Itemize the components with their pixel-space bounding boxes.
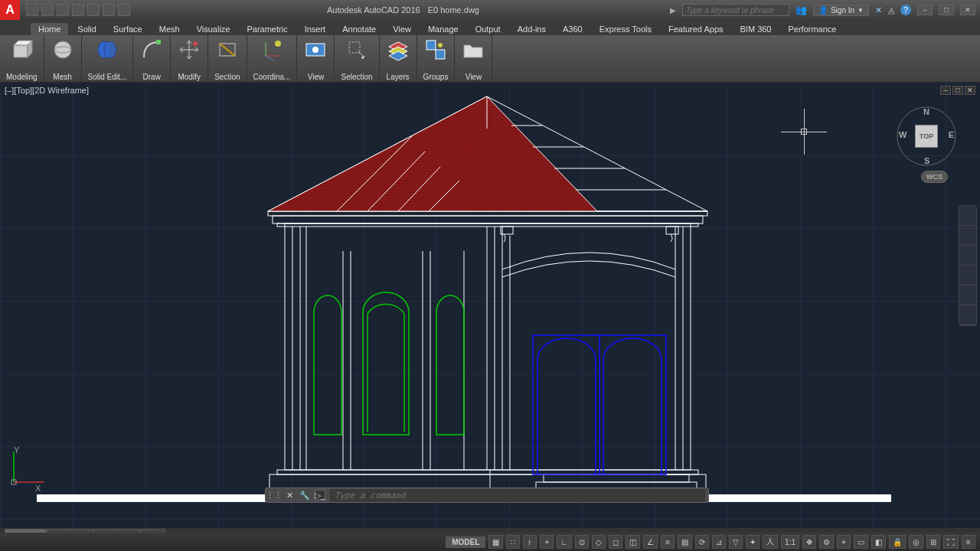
tab-home[interactable]: Home (31, 23, 68, 35)
sb-qprops-icon[interactable]: ◧ (871, 535, 886, 549)
new-icon[interactable] (26, 4, 38, 16)
ucs-icon (260, 37, 284, 62)
sb-3dosnap-icon[interactable]: ◫ (626, 535, 640, 549)
viewport-label[interactable]: [–][Top][2D Wireframe] (5, 86, 89, 95)
sb-grid-icon[interactable]: ▦ (488, 535, 503, 549)
sb-polar-icon[interactable]: ⊙ (575, 535, 589, 549)
sb-filter-icon[interactable]: ▽ (729, 535, 743, 549)
tab-featured-apps[interactable]: Featured Apps (661, 23, 731, 35)
print-icon[interactable] (87, 4, 100, 16)
vp-maximize-button[interactable]: □ (952, 86, 963, 95)
viewcube-face[interactable]: TOP (915, 125, 938, 148)
sb-lweight-icon[interactable]: ≡ (661, 535, 675, 549)
ovals-icon (95, 37, 119, 62)
ribbon-modify[interactable]: Modify (171, 35, 208, 82)
ribbon-groups[interactable]: Groups (417, 35, 456, 82)
tab-surface[interactable]: Surface (106, 23, 150, 35)
tab-insert[interactable]: Insert (297, 23, 334, 35)
sb-customize-icon[interactable]: ≡ (962, 535, 975, 549)
search-input[interactable] (682, 4, 789, 16)
sb-gizmo-icon[interactable]: ✦ (746, 535, 760, 549)
sb-dyn-icon[interactable]: + (540, 535, 554, 549)
nav-wheel-icon[interactable] (959, 206, 976, 226)
folder-icon (461, 37, 485, 62)
sb-lockui-icon[interactable]: 🔒 (889, 535, 906, 549)
tab-parametric[interactable]: Parametric (239, 23, 295, 35)
tab-visualize[interactable]: Visualize (189, 23, 238, 35)
tab-performance[interactable]: Performance (780, 23, 844, 35)
sb-transparency-icon[interactable]: ▤ (678, 535, 692, 549)
ribbon-layers[interactable]: Layers (380, 35, 417, 82)
model-space-button[interactable]: MODEL (446, 536, 485, 548)
tab-annotate[interactable]: Annotate (335, 23, 384, 35)
sb-infer-icon[interactable]: ⊦ (523, 535, 537, 549)
cmd-customize-icon[interactable]: 🔧 (299, 490, 310, 500)
ribbon-view[interactable]: View (297, 35, 335, 82)
sb-cleanscreen-icon[interactable]: ⛶ (943, 535, 959, 549)
ribbon-view[interactable]: View (455, 35, 492, 82)
sb-iso-icon[interactable]: ◇ (592, 535, 606, 549)
ribbon-solid-edit-[interactable]: Solid Edit... (82, 35, 134, 82)
cmd-handle-icon[interactable]: ⋮⋮ (269, 490, 279, 500)
viewcube-south[interactable]: S (924, 156, 929, 165)
nav-pan-icon[interactable] (959, 226, 976, 246)
sb-annovis-icon[interactable]: ✥ (802, 535, 816, 549)
undo-icon[interactable] (103, 4, 115, 16)
sb-annomonitor-icon[interactable]: + (837, 535, 851, 549)
tab-view[interactable]: View (385, 23, 419, 35)
vp-close-button[interactable]: ✕ (965, 86, 975, 95)
app-logo[interactable]: A (0, 0, 20, 20)
help-icon[interactable]: ? (900, 5, 911, 15)
nav-showmotion-icon[interactable] (959, 285, 976, 305)
sb-ucs3d-icon[interactable]: ⊿ (712, 535, 726, 549)
close-button[interactable]: ✕ (960, 5, 975, 15)
sb-annoscale-icon[interactable]: 人 (763, 535, 778, 549)
tab-manage[interactable]: Manage (420, 23, 466, 35)
save-icon[interactable] (57, 4, 69, 16)
minimize-button[interactable]: – (917, 5, 933, 15)
cmd-close-icon[interactable]: ✕ (284, 490, 295, 500)
exchange-icon[interactable]: ✕ (875, 5, 882, 15)
sb-hardware-icon[interactable]: ⊞ (926, 535, 940, 549)
sb-osnap-icon[interactable]: ◻ (609, 535, 622, 549)
sb-isolate-icon[interactable]: ◎ (909, 535, 923, 549)
ribbon-mesh[interactable]: Mesh (44, 35, 82, 82)
ribbon-draw[interactable]: Draw (133, 35, 171, 82)
sb-workspace-icon[interactable]: ⚙ (819, 535, 834, 549)
open-icon[interactable] (41, 4, 54, 16)
tab-a360[interactable]: A360 (555, 23, 590, 35)
nav-more-icon[interactable] (959, 305, 976, 325)
saveas-icon[interactable] (72, 4, 84, 16)
sb-otrack-icon[interactable]: ∠ (643, 535, 658, 549)
vp-minimize-button[interactable]: – (940, 86, 951, 95)
tab-add-ins[interactable]: Add-ins (510, 23, 554, 35)
tab-bim-360[interactable]: BIM 360 (733, 23, 779, 35)
redo-icon[interactable] (118, 4, 130, 16)
ribbon-modeling[interactable]: Modeling (0, 35, 44, 82)
sb-cycling-icon[interactable]: ⟳ (695, 535, 709, 549)
viewcube-east[interactable]: E (949, 130, 954, 139)
tab-express-tools[interactable]: Express Tools (592, 23, 659, 35)
sb-ortho-icon[interactable]: ∟ (557, 535, 572, 549)
viewcube-north[interactable]: N (923, 107, 929, 116)
command-input[interactable] (330, 489, 705, 502)
sb-snap-icon[interactable]: ∷ (506, 535, 520, 549)
ribbon-selection[interactable]: Selection (335, 35, 379, 82)
tab-output[interactable]: Output (468, 23, 508, 35)
maximize-button[interactable]: □ (939, 5, 954, 15)
sb-scale-button[interactable]: 1:1 (781, 535, 799, 549)
ribbon-coordina-[interactable]: Coordina... (247, 35, 298, 82)
drawing-canvas[interactable]: [–][Top][2D Wireframe] – □ ✕ TOP N S E W… (0, 83, 980, 528)
wcs-button[interactable]: WCS (921, 171, 948, 183)
ribbon-section[interactable]: Section (208, 35, 247, 82)
signin-button[interactable]: 👤 Sign In ▼ (813, 5, 869, 16)
infocenter-icon[interactable]: 👥 (795, 5, 807, 15)
nav-orbit-icon[interactable] (959, 266, 976, 285)
tab-solid[interactable]: Solid (70, 23, 103, 35)
tab-mesh[interactable]: Mesh (152, 23, 188, 35)
a360-icon[interactable]: ◬ (888, 5, 894, 15)
viewcube-west[interactable]: W (899, 130, 906, 139)
view-cube[interactable]: TOP N S E W (896, 106, 957, 167)
nav-zoom-icon[interactable] (959, 246, 976, 266)
sb-units-icon[interactable]: ▭ (854, 535, 868, 549)
